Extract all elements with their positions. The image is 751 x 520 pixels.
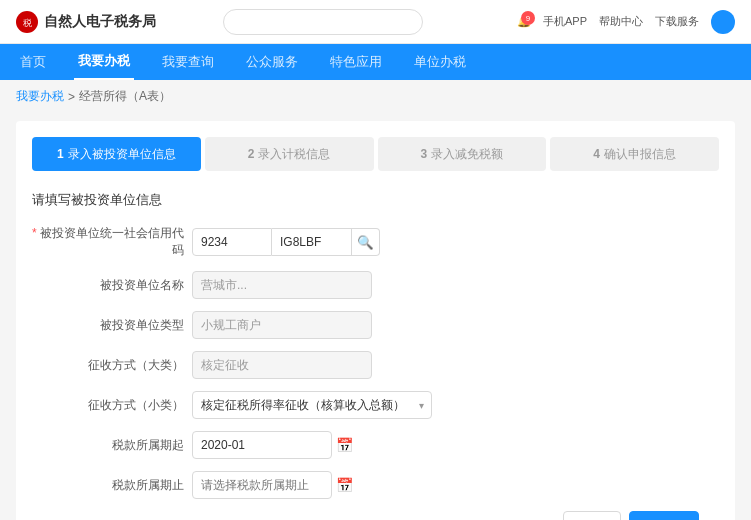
label-period-start: 税款所属期起 (32, 437, 192, 454)
period-end-wrap: 📅 (192, 471, 353, 499)
step-1-label: 录入被投资单位信息 (68, 146, 176, 163)
nav-item-teseyingyong[interactable]: 特色应用 (326, 44, 386, 80)
cancel-button[interactable]: 取消 (563, 511, 621, 520)
unit-name-input (192, 271, 372, 299)
download-link[interactable]: 下载服务 (655, 14, 699, 29)
form-row-unit-name: 被投资单位名称 (32, 271, 719, 299)
credit-code-input2[interactable] (272, 228, 352, 256)
site-title: 自然人电子税务局 (44, 13, 156, 31)
label-credit-code: * 被投资单位统一社会信用代码 (32, 225, 192, 259)
logo-icon: 税 (16, 11, 38, 33)
breadcrumb-sep1: > (68, 90, 75, 104)
nav-item-home[interactable]: 首页 (16, 44, 50, 80)
avatar[interactable] (711, 10, 735, 34)
steps: 1 录入被投资单位信息 2 录入计税信息 3 录入减免税额 4 确认申报信息 (32, 137, 719, 171)
form-row-collect-major: 征收方式（大类） (32, 351, 719, 379)
collect-major-input (192, 351, 372, 379)
step-2-label: 录入计税信息 (258, 146, 330, 163)
period-end-input[interactable] (192, 471, 332, 499)
step-4-num: 4 (593, 147, 600, 161)
form-row-credit-code: * 被投资单位统一社会信用代码 🔍 (32, 225, 719, 259)
nav-item-woyaobanshui[interactable]: 我要办税 (74, 44, 134, 80)
section-title: 请填写被投资单位信息 (32, 191, 719, 209)
period-end-cal-icon[interactable]: 📅 (336, 477, 353, 493)
breadcrumb-current: 经营所得（A表） (79, 88, 171, 105)
step-1: 1 录入被投资单位信息 (32, 137, 201, 171)
label-unit-type: 被投资单位类型 (32, 317, 192, 334)
step-4-label: 确认申报信息 (604, 146, 676, 163)
form-row-period-start: 税款所属期起 📅 (32, 431, 719, 459)
unit-type-input (192, 311, 372, 339)
bell-icon[interactable]: 🔔 9 (517, 15, 531, 28)
breadcrumb: 我要办税 > 经营所得（A表） (0, 80, 751, 113)
label-period-end: 税款所属期止 (32, 477, 192, 494)
period-start-input[interactable] (192, 431, 332, 459)
logo: 税 自然人电子税务局 (16, 11, 156, 33)
next-button[interactable]: 下一步 (629, 511, 699, 520)
label-unit-name: 被投资单位名称 (32, 277, 192, 294)
main-content: 1 录入被投资单位信息 2 录入计税信息 3 录入减免税额 4 确认申报信息 请… (16, 121, 735, 520)
step-3-num: 3 (421, 147, 428, 161)
form-row-collect-minor: 征收方式（小类） 核定征税所得率征收（核算收入总额） (32, 391, 719, 419)
period-start-cal-icon[interactable]: 📅 (336, 437, 353, 453)
step-3: 3 录入减免税额 (378, 137, 547, 171)
nav-item-woyaochaxun[interactable]: 我要查询 (158, 44, 218, 80)
step-1-num: 1 (57, 147, 64, 161)
svg-text:税: 税 (23, 18, 32, 28)
form: * 被投资单位统一社会信用代码 🔍 被投资单位名称 被投资单位类型 征收方式（大… (32, 225, 719, 520)
step-4: 4 确认申报信息 (550, 137, 719, 171)
header-actions: 🔔 9 手机APP 帮助中心 下载服务 (517, 10, 735, 34)
main-nav: 首页 我要办税 我要查询 公众服务 特色应用 单位办税 (0, 44, 751, 80)
breadcrumb-home[interactable]: 我要办税 (16, 88, 64, 105)
form-row-period-end: 税款所属期止 📅 (32, 471, 719, 499)
help-link[interactable]: 帮助中心 (599, 14, 643, 29)
collect-minor-select[interactable]: 核定征税所得率征收（核算收入总额） (192, 391, 432, 419)
label-collect-minor: 征收方式（小类） (32, 397, 192, 414)
collect-minor-select-wrap: 核定征税所得率征收（核算收入总额） (192, 391, 432, 419)
credit-code-input1[interactable] (192, 228, 272, 256)
step-2-num: 2 (248, 147, 255, 161)
step-2: 2 录入计税信息 (205, 137, 374, 171)
nav-item-gongzhongfuwu[interactable]: 公众服务 (242, 44, 302, 80)
credit-code-input-wrap: 🔍 (192, 228, 380, 256)
bell-badge: 9 (521, 11, 535, 25)
credit-code-search-button[interactable]: 🔍 (352, 228, 380, 256)
period-start-wrap: 📅 (192, 431, 353, 459)
form-actions: 取消 下一步 (32, 511, 719, 520)
form-row-unit-type: 被投资单位类型 (32, 311, 719, 339)
nav-item-danweibanshui[interactable]: 单位办税 (410, 44, 470, 80)
search-bar[interactable] (223, 9, 423, 35)
step-3-label: 录入减免税额 (431, 146, 503, 163)
label-collect-major: 征收方式（大类） (32, 357, 192, 374)
phone-app-link[interactable]: 手机APP (543, 14, 587, 29)
search-input[interactable] (223, 9, 423, 35)
header: 税 自然人电子税务局 🔔 9 手机APP 帮助中心 下载服务 (0, 0, 751, 44)
